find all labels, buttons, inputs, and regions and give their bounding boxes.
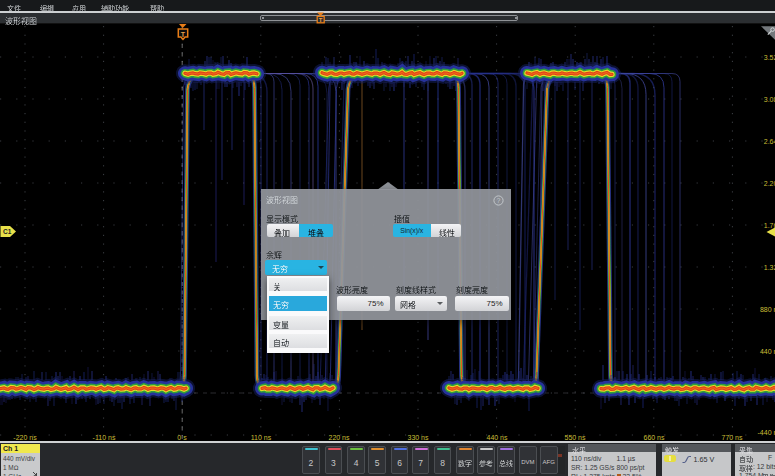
- svg-text:1.32 V: 1.32 V: [764, 264, 775, 271]
- svg-text:-220 ns: -220 ns: [13, 434, 37, 441]
- svg-text:T: T: [319, 17, 323, 23]
- svg-text:440 ns: 440 ns: [486, 434, 508, 441]
- svg-text:3.08 V: 3.08 V: [764, 96, 775, 103]
- svg-text:110 ns: 110 ns: [251, 434, 272, 441]
- svg-text:440 mV: 440 mV: [760, 348, 775, 355]
- svg-text:3.52 V: 3.52 V: [764, 54, 775, 61]
- svg-text:2.20 V: 2.20 V: [764, 180, 775, 187]
- svg-text:2.64 V: 2.64 V: [764, 138, 775, 145]
- svg-text:660 ns: 660 ns: [643, 434, 665, 441]
- svg-text:330 ns: 330 ns: [407, 434, 429, 441]
- svg-text:0 s: 0 s: [177, 434, 187, 441]
- svg-text:550 ns: 550 ns: [564, 434, 586, 441]
- svg-text:770 ns: 770 ns: [721, 434, 743, 441]
- svg-text:T: T: [181, 31, 186, 38]
- svg-text:-110 ns: -110 ns: [93, 434, 116, 441]
- svg-text:C1: C1: [3, 228, 12, 235]
- svg-text:?: ?: [497, 197, 501, 204]
- svg-text:1.76 V: 1.76 V: [764, 222, 775, 229]
- svg-text:-440 mV: -440 mV: [758, 429, 775, 436]
- svg-text:880 mV: 880 mV: [760, 306, 775, 313]
- svg-text:220 ns: 220 ns: [328, 434, 350, 441]
